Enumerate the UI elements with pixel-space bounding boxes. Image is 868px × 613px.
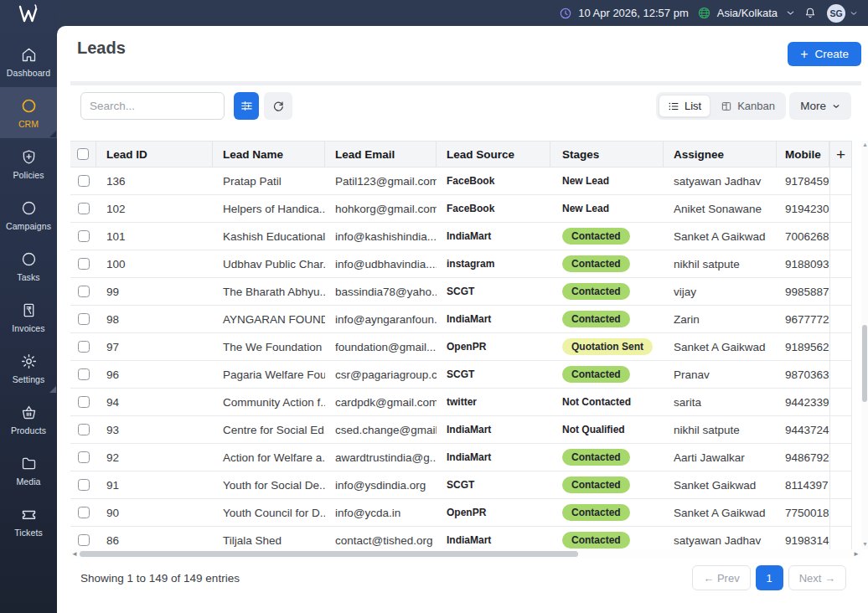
kanban-view-button[interactable]: Kanban [712,95,783,117]
lead-id-cell: 98 [96,306,213,332]
lead-email-cell: info@ycda.in [325,499,437,526]
scroll-right-arrow-icon[interactable]: ► [853,550,860,558]
row-checkbox[interactable] [78,396,90,408]
table-row[interactable]: 90Youth Council for D...info@ycda.inOpen… [70,499,852,527]
row-checkbox[interactable] [78,313,90,325]
lead-source-cell: OpenPR [437,499,550,526]
filter-button[interactable] [234,92,259,120]
stage-badge: Contacted [562,476,630,493]
sidebar-item-crm[interactable]: CRM [0,87,57,138]
sidebar-item-dashboard[interactable]: Dashboard [0,36,57,87]
row-checkbox[interactable] [78,341,90,353]
bell-icon[interactable] [803,6,817,20]
current-page-button[interactable]: 1 [756,565,783,590]
row-checkbox[interactable] [78,451,90,463]
table-row[interactable]: 101Kashish Educational...info@kashishind… [70,223,852,250]
lead-name-cell: Helpers of Handica... [213,195,325,222]
mobile-cell: 9194230 [777,195,829,222]
lead-id-cell: 102 [96,195,213,222]
extra-column-cell [829,444,852,471]
row-checkbox[interactable] [78,286,90,297]
more-button[interactable]: More [789,92,851,120]
table-row[interactable]: 96Pagaria Welfare Fou...csr@pagariagroup… [70,361,852,389]
column-header-assignee[interactable]: Assignee [664,142,777,167]
row-select-cell [70,389,96,415]
scroll-up-arrow-icon[interactable]: ▲ [862,142,868,147]
column-header-lead-source[interactable]: Lead Source [437,142,550,167]
list-view-button[interactable]: List [659,95,710,117]
column-header-lead-email[interactable]: Lead Email [325,142,437,167]
table-row[interactable]: 97The We Foundationfoundation@gmail....O… [70,333,852,361]
row-checkbox[interactable] [78,479,90,491]
sidebar-item-products[interactable]: Products [0,394,57,445]
sidebar-item-invoices[interactable]: Invoices [0,291,57,343]
assignee-cell: Zarin [664,306,777,332]
table-row[interactable]: 98AYNGARAN FOUND...info@ayngaranfoun...I… [70,306,852,333]
assignee-cell: nikhil satpute [664,416,777,443]
app-logo[interactable] [0,0,57,28]
sidebar-item-tickets[interactable]: Tickets [0,496,57,547]
avatar[interactable]: SG [827,4,845,23]
scroll-down-arrow-icon[interactable]: ▼ [862,541,868,547]
select-all-checkbox[interactable] [77,148,89,160]
refresh-button[interactable] [264,92,292,120]
row-checkbox[interactable] [78,507,90,518]
row-checkbox[interactable] [78,203,90,214]
table-row[interactable]: 100Udbhav Public Char...info@udbhavindia… [70,250,852,278]
row-checkbox[interactable] [78,175,90,187]
table-row[interactable]: 99The Bharath Abhyu...bassindia78@yaho..… [70,278,852,306]
row-checkbox[interactable] [78,368,90,380]
sidebar-item-tasks[interactable]: Tasks [0,240,57,291]
sidebar-item-label: Tickets [14,528,43,538]
lead-name-cell: Kashish Educational... [213,223,325,250]
stage-badge: Contacted [562,228,630,245]
column-header-mobile[interactable]: Mobile [777,142,829,167]
lead-email-cell: hohkorg@gmail.com [325,195,437,222]
globe-icon [697,6,711,20]
lead-email-cell: Patil123@gmail.com [325,167,437,194]
column-header-lead-name[interactable]: Lead Name [213,142,325,167]
table-row[interactable]: 136Pratap PatilPatil123@gmail.comFaceBoo… [70,167,852,195]
row-checkbox[interactable] [78,534,90,546]
lead-email-cell: csr@pagariagroup.c... [325,361,437,388]
search-input[interactable] [80,92,225,120]
table-row[interactable]: 91Youth for Social De...info@ysdindia.or… [70,471,852,499]
home-icon [20,46,38,64]
timezone-selector[interactable]: Asia/Kolkata [717,7,778,19]
create-button[interactable]: + Create [788,42,861,66]
sidebar-item-policies[interactable]: Policies [0,138,57,189]
sidebar-item-media[interactable]: Media [0,445,57,496]
sidebar-item-campaigns[interactable]: Campaigns [0,189,57,240]
select-all-cell [70,142,96,167]
row-checkbox[interactable] [78,230,90,242]
prev-page-button[interactable]: ← Prev [692,565,750,590]
table-row[interactable]: 92Action for Welfare a...awardtrustindia… [70,444,852,471]
row-checkbox[interactable] [78,424,90,435]
row-select-cell [70,278,96,305]
lead-id-cell: 94 [96,389,213,415]
lead-email-cell: foundation@gmail.... [325,333,437,360]
lead-name-cell: Pratap Patil [213,167,325,194]
horizontal-scrollbar-thumb[interactable] [80,551,578,557]
lead-source-cell: IndiaMart [437,416,550,443]
scroll-left-arrow-icon[interactable]: ◄ [71,550,78,558]
profile-chevron-down-icon[interactable] [850,9,858,18]
table-row[interactable]: 102Helpers of Handica...hohkorg@gmail.co… [70,195,852,223]
gear-icon [20,353,38,370]
clock-icon [559,7,572,20]
row-checkbox[interactable] [78,258,90,270]
column-header-stages[interactable]: Stages [550,142,664,167]
sidebar-item-settings[interactable]: Settings [0,343,57,394]
vertical-scrollbar-thumb[interactable] [862,325,867,402]
assignee-cell: vijay [664,278,777,305]
next-page-button[interactable]: Next → [788,565,846,590]
column-header-lead-id[interactable]: Lead ID [96,142,213,167]
chevron-down-icon[interactable] [786,8,795,18]
mobile-cell: 9178459 [777,167,829,194]
add-column-icon[interactable]: + [836,147,845,162]
lead-email-cell: awardtrustindia@g... [325,444,437,471]
mobile-cell: 9486792 [777,444,829,471]
table-row[interactable]: 94Community Action f...cardpdk@gmail.com… [70,389,852,416]
table-row[interactable]: 93Centre for Social Ed...csed.change@gma… [70,416,852,444]
stage-badge: Contacted [562,366,630,383]
